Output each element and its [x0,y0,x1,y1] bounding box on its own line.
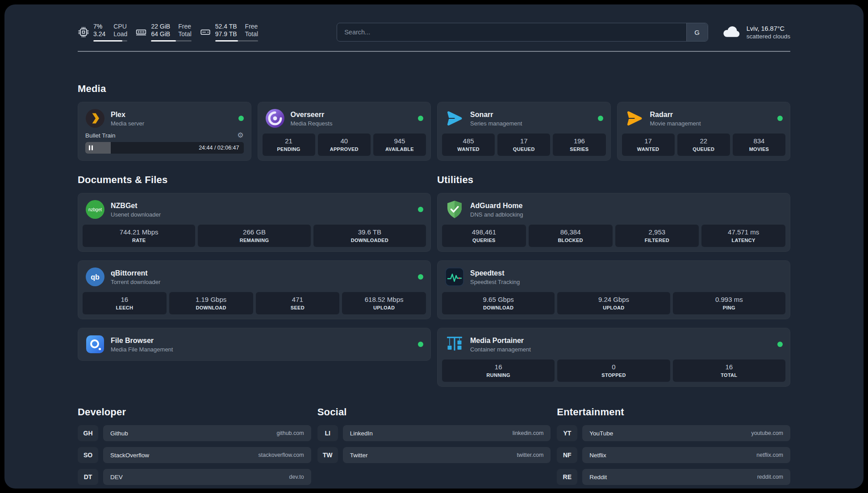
service-card-plex[interactable]: Plex Media server Bullet Train ⚙ 24:44 /… [78,102,251,161]
portainer-icon [445,334,464,354]
topbar-divider [78,51,790,52]
stat-label: TOTAL [675,372,784,378]
stat-label: DOWNLOADED [315,238,424,243]
weather-widget: Lviv, 16.87°C scattered clouds [722,24,790,41]
stat-value: 40 [320,137,369,145]
bookmark-link[interactable]: LinkedIn linkedin.com [343,425,551,441]
service-card-nzbget[interactable]: nzbget NZBGet Usenet downloader 744.21 M… [78,193,431,252]
bookmarks-developer: Developer GH Github github.com SO StackO… [78,406,311,489]
stat-label: BLOCKED [530,238,611,243]
stat-tile: 21 PENDING [263,134,315,156]
bookmark-abbr[interactable]: SO [78,447,98,463]
cpu-widget: 7% 3.24 CPU Load [78,23,127,42]
stat-tile: 16 RUNNING [442,359,555,382]
stat-tile: 16 TOTAL [673,359,785,382]
bookmark-abbr[interactable]: RE [557,469,577,485]
bookmark-link[interactable]: Twitter twitter.com [343,447,551,463]
service-card-qbittorrent[interactable]: qb qBittorrent Torrent downloader 16 LEE… [78,260,431,319]
stat-tile: 9.24 Gbps UPLOAD [557,292,670,314]
bookmark-link[interactable]: Reddit reddit.com [582,469,790,485]
service-card-adguard[interactable]: AdGuard Home DNS and adblocking 498,461 … [437,193,790,252]
cpu-percent: 7% [93,23,105,30]
bookmark-domain: twitter.com [517,452,544,458]
bookmark-link[interactable]: StackOverflow stackoverflow.com [103,447,311,463]
bookmark-name: LinkedIn [350,430,373,437]
bookmark-link[interactable]: Github github.com [103,425,311,441]
bookmark-item[interactable]: RE Reddit reddit.com [557,469,790,485]
bookmark-link[interactable]: DEV dev.to [103,469,311,485]
service-name: AdGuard Home [470,201,523,210]
service-name: Sonarr [470,110,522,119]
playback-progress-bar[interactable]: 24:44 / 02:06:47 [85,142,244,154]
stat-value: 744.21 Mbps [84,228,193,236]
stat-tile: 17 QUEUED [497,134,550,156]
service-desc: Series management [470,120,522,127]
filebrowser-icon [85,334,105,354]
bookmark-abbr[interactable]: DT [78,469,98,485]
stat-tile: 618.52 Mbps UPLOAD [342,292,426,314]
gear-icon[interactable]: ⚙ [237,132,243,139]
adguard-icon [445,200,464,219]
bookmark-name: Github [110,430,128,437]
stat-tile: 744.21 Mbps RATE [83,225,195,247]
bookmark-abbr[interactable]: LI [317,425,338,441]
service-desc: Movie management [650,120,701,127]
stat-value: 17 [499,137,548,145]
stat-label: PENDING [264,146,313,152]
bookmark-abbr[interactable]: TW [317,447,338,463]
stat-value: 9.65 Gbps [444,296,553,304]
stat-tile: 471 SEED [256,292,340,314]
hard-drive-icon [200,26,211,38]
bookmark-item[interactable]: YT YouTube youtube.com [557,425,790,441]
bookmark-item[interactable]: SO StackOverflow stackoverflow.com [78,447,311,463]
status-online-dot [418,207,423,212]
bookmark-abbr[interactable]: YT [557,425,577,441]
search-input[interactable] [337,23,686,41]
bookmark-item[interactable]: NF Netflix netflix.com [557,447,790,463]
status-online-dot [777,342,783,347]
stat-tile: 2,953 FILTERED [615,225,699,247]
search-provider-button[interactable]: G [686,23,708,41]
stat-label: SEED [258,305,338,311]
bookmark-domain: github.com [277,430,304,436]
stat-label: DOWNLOAD [444,305,553,311]
stat-label: QUEUED [679,146,728,152]
bookmark-abbr[interactable]: NF [557,447,577,463]
stat-value: 618.52 Mbps [344,296,424,304]
service-card-portainer[interactable]: Media Portainer Container management 16 … [437,328,790,387]
service-name: Speedtest [470,269,520,278]
qbittorrent-icon: qb [85,267,105,287]
section-title-documents: Documents & Files [78,174,431,186]
topbar: 7% 3.24 CPU Load [78,21,790,44]
bookmark-item[interactable]: LI LinkedIn linkedin.com [317,425,551,441]
service-name: Media Portainer [470,336,531,345]
stat-label: SERIES [555,146,604,152]
bookmark-item[interactable]: TW Twitter twitter.com [317,447,551,463]
plex-icon [85,109,105,128]
section-title-social: Social [317,406,551,418]
service-card-sonarr[interactable]: Sonarr Series management 485 WANTED 17 Q… [437,102,611,161]
memory-free-label: Free [178,23,192,30]
bookmark-abbr[interactable]: GH [78,425,98,441]
bookmark-item[interactable]: GH Github github.com [78,425,311,441]
documents-column: Documents & Files nzbget NZBGet Usenet d… [78,174,431,361]
stat-label: REMAINING [200,238,309,243]
stat-value: 196 [555,137,604,145]
search-bar[interactable]: G [337,23,708,42]
bookmark-item[interactable]: DT DEV dev.to [78,469,311,485]
stat-value: 1.19 Gbps [171,296,251,304]
disk-total-label: Total [245,30,259,38]
service-card-filebrowser[interactable]: File Browser Media File Management [78,328,431,361]
service-card-overseerr[interactable]: Overseerr Media Requests 21 PENDING 40 A… [258,102,431,161]
stat-value: 21 [264,137,313,145]
service-card-radarr[interactable]: Radarr Movie management 17 WANTED 22 QUE… [617,102,791,161]
bookmark-link[interactable]: Netflix netflix.com [582,447,790,463]
bookmarks-entertainment: Entertainment YT YouTube youtube.com NF … [557,406,790,489]
pause-icon[interactable] [89,146,93,150]
bookmark-link[interactable]: YouTube youtube.com [582,425,790,441]
bookmark-name: Netflix [589,452,606,459]
speedtest-icon [445,267,464,287]
service-name: qBittorrent [111,269,160,278]
service-card-speedtest[interactable]: Speedtest Speedtest Tracking 9.65 Gbps D… [437,260,790,319]
bookmarks-social: Social LI LinkedIn linkedin.com TW Twitt… [317,406,551,469]
